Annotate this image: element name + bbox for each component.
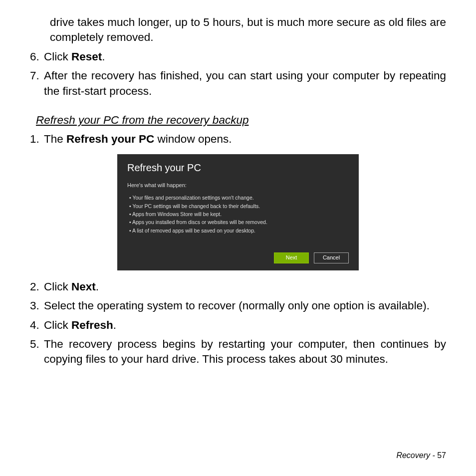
text-post: . [96, 280, 99, 293]
dialog-buttons: Next Cancel [127, 252, 349, 263]
text-pre: Click [44, 319, 71, 331]
dialog-screenshot: Refresh your PC Here's what will happen:… [30, 154, 446, 270]
dialog-bullet: Your PC settings will be changed back to… [129, 202, 349, 210]
text-pre: Click [44, 50, 71, 63]
list-number: 4. [30, 318, 44, 333]
list-number: 3. [30, 298, 44, 313]
list-text: Click Refresh. [44, 318, 446, 333]
list-text: Click Next. [44, 279, 446, 294]
dialog-bullet: Your files and personalization settings … [129, 194, 349, 202]
document-page: drive takes much longer, up to 5 hours, … [0, 0, 476, 476]
continuation-paragraph: drive takes much longer, up to 5 hours, … [50, 15, 446, 45]
top-steps-list: 6. Click Reset. 7. After the recovery ha… [30, 49, 446, 99]
refresh-pc-dialog: Refresh your PC Here's what will happen:… [117, 154, 359, 270]
list-number: 7. [30, 68, 44, 99]
dialog-bullet: A list of removed apps will be saved on … [129, 227, 349, 235]
text-pre: The [44, 133, 66, 145]
steps-list: 1. The Refresh your PC window opens. [30, 132, 446, 147]
text-bold: Next [71, 280, 96, 293]
section-heading: Refresh your PC from the recovery backup [36, 113, 446, 128]
dialog-bullet-list: Your files and personalization settings … [129, 194, 349, 234]
text-bold: Reset [71, 50, 102, 63]
list-text: Select the operating system to recover (… [44, 298, 446, 313]
list-item: 6. Click Reset. [30, 49, 446, 64]
dialog-bullet: Apps from Windows Store will be kept. [129, 210, 349, 218]
list-number: 5. [30, 337, 44, 367]
list-item: 7. After the recovery has finished, you … [30, 68, 446, 99]
text-post: window opens. [154, 133, 232, 145]
page-number: 57 [437, 451, 446, 460]
text-pre: Click [44, 280, 71, 293]
text-post: . [102, 50, 105, 63]
list-number: 6. [30, 49, 44, 64]
list-item: 3. Select the operating system to recove… [30, 298, 446, 313]
cancel-button[interactable]: Cancel [314, 252, 349, 263]
list-item: 5. The recovery process begins by restar… [30, 337, 446, 367]
list-text: The Refresh your PC window opens. [44, 132, 446, 147]
list-item: 4. Click Refresh. [30, 318, 446, 333]
text-bold: Refresh [71, 319, 113, 331]
list-number: 1. [30, 132, 44, 147]
dialog-title: Refresh your PC [127, 161, 349, 175]
text-post: . [113, 319, 116, 331]
footer-section: Recovery - [396, 451, 437, 460]
list-number: 2. [30, 279, 44, 294]
next-button[interactable]: Next [274, 252, 309, 263]
post-steps-list: 2. Click Next. 3. Select the operating s… [30, 279, 446, 367]
list-item: 2. Click Next. [30, 279, 446, 294]
dialog-subtitle: Here's what will happen: [127, 182, 349, 189]
page-footer: Recovery - 57 [396, 450, 446, 461]
list-text: The recovery process begins by restartin… [44, 337, 446, 367]
list-item: 1. The Refresh your PC window opens. [30, 132, 446, 147]
dialog-bullet: Apps you installed from discs or website… [129, 218, 349, 226]
list-text: Click Reset. [44, 49, 446, 64]
text-bold: Refresh your PC [66, 133, 154, 145]
list-text: After the recovery has finished, you can… [44, 68, 446, 99]
